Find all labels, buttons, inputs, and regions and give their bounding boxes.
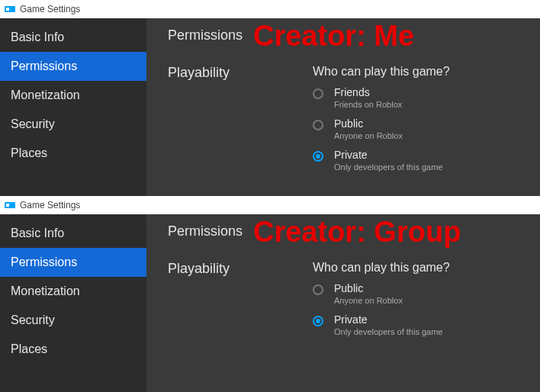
sidebar-item-places[interactable]: Places <box>0 139 146 168</box>
content: Creator: Group Permissions Playability W… <box>146 214 540 392</box>
radio-text: Public Anyone on Roblox <box>334 117 403 141</box>
sidebar-item-places[interactable]: Places <box>0 335 146 364</box>
radio-text: Private Only developers of this game <box>334 313 442 337</box>
field-question: Who can play this game? <box>313 65 525 79</box>
radio-icon <box>313 284 323 295</box>
radio-label: Private <box>334 313 442 326</box>
radio-desc: Anyone on Roblox <box>334 130 403 141</box>
sidebar-item-security[interactable]: Security <box>0 306 146 335</box>
field-playability: Playability Who can play this game? Frie… <box>168 65 525 180</box>
app-icon <box>5 4 15 14</box>
radio-icon <box>313 316 323 326</box>
svg-rect-1 <box>6 8 9 11</box>
radio-desc: Only developers of this game <box>334 326 442 337</box>
radio-desc: Friends on Roblox <box>334 99 402 110</box>
body: Basic Info Permissions Monetization Secu… <box>0 18 540 196</box>
titlebar-text: Game Settings <box>20 4 80 14</box>
content: Creator: Me Permissions Playability Who … <box>146 18 540 196</box>
field-question: Who can play this game? <box>313 261 525 275</box>
radio-desc: Only developers of this game <box>334 162 442 172</box>
sidebar: Basic Info Permissions Monetization Secu… <box>0 18 146 196</box>
radio-option-private[interactable]: Private Only developers of this game <box>313 313 525 337</box>
field-label: Playability <box>168 65 313 81</box>
field-label: Playability <box>168 261 313 277</box>
radio-icon <box>313 88 323 99</box>
app-icon <box>5 200 15 210</box>
radio-option-friends[interactable]: Friends Friends on Roblox <box>313 86 525 110</box>
radio-label: Friends <box>334 86 402 99</box>
radio-label: Public <box>334 282 403 295</box>
radio-icon <box>313 151 323 162</box>
radio-text: Public Anyone on Roblox <box>334 282 403 306</box>
radio-icon <box>313 120 323 130</box>
radio-label: Private <box>334 149 442 162</box>
radio-text: Private Only developers of this game <box>334 149 442 172</box>
sidebar: Basic Info Permissions Monetization Secu… <box>0 214 146 392</box>
radio-option-private[interactable]: Private Only developers of this game <box>313 149 525 172</box>
field-body: Who can play this game? Friends Friends … <box>313 65 525 180</box>
sidebar-item-permissions[interactable]: Permissions <box>0 52 146 81</box>
radio-option-public[interactable]: Public Anyone on Roblox <box>313 117 525 141</box>
sidebar-item-security[interactable]: Security <box>0 110 146 139</box>
section-title: Permissions <box>168 223 525 239</box>
section-title: Permissions <box>168 27 525 43</box>
sidebar-item-basic-info[interactable]: Basic Info <box>0 219 146 248</box>
sidebar-item-basic-info[interactable]: Basic Info <box>0 23 146 52</box>
radio-label: Public <box>334 117 403 130</box>
panel-group: Game Settings Basic Info Permissions Mon… <box>0 196 540 392</box>
radio-text: Friends Friends on Roblox <box>334 86 402 110</box>
svg-rect-3 <box>6 204 9 207</box>
sidebar-item-permissions[interactable]: Permissions <box>0 248 146 277</box>
titlebar: Game Settings <box>0 196 540 214</box>
body: Basic Info Permissions Monetization Secu… <box>0 214 540 392</box>
titlebar-text: Game Settings <box>20 200 80 210</box>
field-body: Who can play this game? Public Anyone on… <box>313 261 525 345</box>
sidebar-item-monetization[interactable]: Monetization <box>0 277 146 306</box>
radio-desc: Anyone on Roblox <box>334 295 403 306</box>
sidebar-item-monetization[interactable]: Monetization <box>0 81 146 110</box>
titlebar: Game Settings <box>0 0 540 18</box>
radio-option-public[interactable]: Public Anyone on Roblox <box>313 282 525 306</box>
field-playability: Playability Who can play this game? Publ… <box>168 261 525 345</box>
panel-me: Game Settings Basic Info Permissions Mon… <box>0 0 540 196</box>
